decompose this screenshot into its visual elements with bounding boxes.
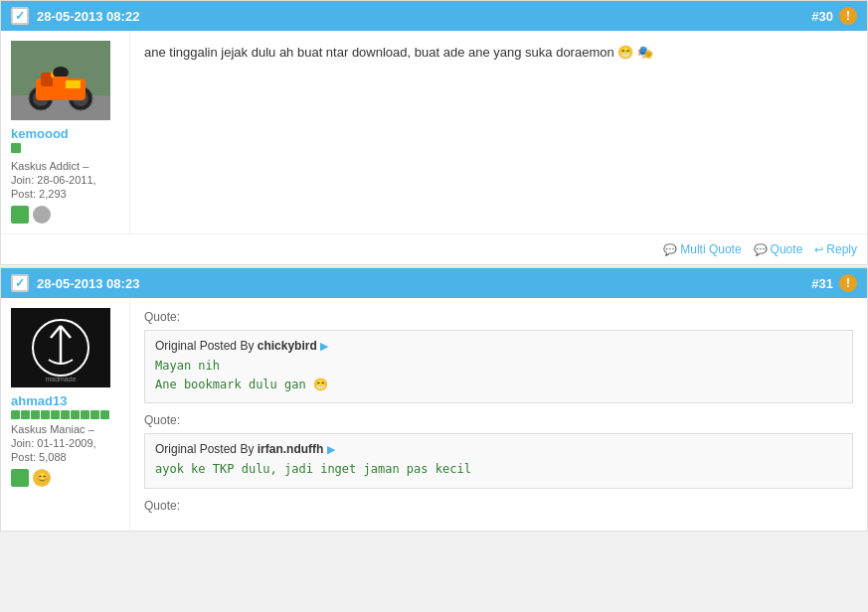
post-30-avatar [11, 41, 110, 120]
gray-circle-icon-30 [33, 206, 51, 224]
reply-button-30[interactable]: ↩ Reply [814, 242, 857, 256]
post-30-join: Join: 28-06-2011, [11, 174, 119, 186]
post-31-user-icons: 😊 [11, 469, 119, 487]
quote-line-1-0: Mayan nih [155, 357, 842, 376]
post-30-body: kemoood Kaskus Addict – Join: 28-06-2011… [1, 31, 867, 233]
quote-icon-30: 💬 [754, 243, 768, 256]
reply-icon-30: ↩ [814, 243, 823, 256]
post-31-sidebar: madmade ahmad13 Kaskus Maniac – Join: 01… [1, 298, 130, 531]
quote-line-2-0: ayok ke TKP dulu, jadi inget jaman pas k… [155, 460, 842, 479]
post-30-sidebar: kemoood Kaskus Addict – Join: 28-06-2011… [1, 31, 130, 233]
post-30-username[interactable]: kemoood [11, 126, 119, 141]
multi-quote-icon-30: 💬 [663, 243, 677, 256]
post-30-footer-actions: 💬 Multi Quote 💬 Quote ↩ Reply [11, 242, 857, 256]
emoji-char-30: 🎭 [637, 45, 653, 60]
exclamation-icon-31[interactable]: ! [839, 274, 857, 292]
post-31-date: 28-05-2013 08:23 [37, 276, 139, 291]
post-30-checkbox[interactable] [11, 7, 29, 25]
post-30-number: #30 [811, 9, 833, 24]
quote-label-2: Quote: [144, 413, 853, 427]
emoji-grin-30: 😁 [617, 45, 633, 60]
post-30-content: ane tinggalin jejak dulu ah buat ntar do… [130, 31, 867, 233]
quote-original-posted-1: Original Posted By chickybird ▶ [155, 339, 842, 353]
quote-arrow-1: ▶ [320, 340, 328, 352]
post-31-number: #31 [811, 276, 833, 291]
multi-quote-button-30[interactable]: 💬 Multi Quote [663, 242, 741, 256]
smiley-icon-31: 😊 [33, 469, 51, 487]
post-31-checkbox[interactable] [11, 274, 29, 292]
post-31-content: Quote: Original Posted By chickybird ▶ M… [130, 298, 867, 531]
post-30-post: Post: 2,293 [11, 188, 119, 200]
quote-content-1: Mayan nih Ane bookmark dulu gan 😁 [155, 357, 842, 394]
green-square-icon-30 [11, 206, 29, 224]
post-30-header: 28-05-2013 08:22 #30 ! [1, 1, 867, 31]
green-square-icon-31 [11, 469, 29, 487]
post-30-date: 28-05-2013 08:22 [37, 9, 139, 24]
quote-original-posted-2: Original Posted By irfan.nduffh ▶ [155, 442, 842, 456]
quote-poster-2: irfan.nduffh [258, 442, 324, 456]
post-31-header: 28-05-2013 08:23 #31 ! [1, 268, 867, 298]
post-31-header-right: #31 ! [811, 274, 857, 292]
post-30: 28-05-2013 08:22 #30 ! [0, 0, 868, 265]
post-30-header-right: #30 ! [811, 7, 857, 25]
post-31-join: Join: 01-11-2009, [11, 437, 119, 449]
quote-poster-1: chickybird [258, 339, 317, 353]
trailing-quote-label: Quote: [144, 499, 853, 513]
quote-arrow-2: ▶ [327, 443, 335, 455]
post-30-rank: Kaskus Addict – [11, 160, 119, 172]
svg-text:madmade: madmade [45, 376, 76, 382]
post-31-header-left: 28-05-2013 08:23 [11, 274, 139, 292]
quote-button-30[interactable]: 💬 Quote [754, 242, 803, 256]
post-31-post: Post: 5,088 [11, 451, 119, 463]
post-31-rank: Kaskus Maniac – [11, 423, 119, 435]
post-31-body: madmade ahmad13 Kaskus Maniac – Join: 01… [1, 298, 867, 531]
svg-rect-11 [66, 80, 81, 88]
exclamation-icon-30[interactable]: ! [839, 7, 857, 25]
quote-box-2: Original Posted By irfan.nduffh ▶ ayok k… [144, 433, 853, 488]
post-30-text: ane tinggalin jejak dulu ah buat ntar do… [144, 43, 853, 64]
post-30-user-icons [11, 206, 119, 224]
quote-content-2: ayok ke TKP dulu, jadi inget jaman pas k… [155, 460, 842, 479]
post-31: 28-05-2013 08:23 #31 ! madmade [0, 267, 868, 532]
quote-line-1-1: Ane bookmark dulu gan 😁 [155, 376, 842, 394]
quote-label-1: Quote: [144, 310, 853, 324]
post-31-username[interactable]: ahmad13 [11, 393, 119, 408]
post-31-maniac-dots [11, 410, 110, 419]
post-30-footer: 💬 Multi Quote 💬 Quote ↩ Reply [1, 233, 867, 264]
post-30-status-dot [11, 143, 21, 153]
quote-box-1: Original Posted By chickybird ▶ Mayan ni… [144, 330, 853, 403]
post-31-avatar: madmade [11, 308, 110, 387]
post-30-header-left: 28-05-2013 08:22 [11, 7, 139, 25]
